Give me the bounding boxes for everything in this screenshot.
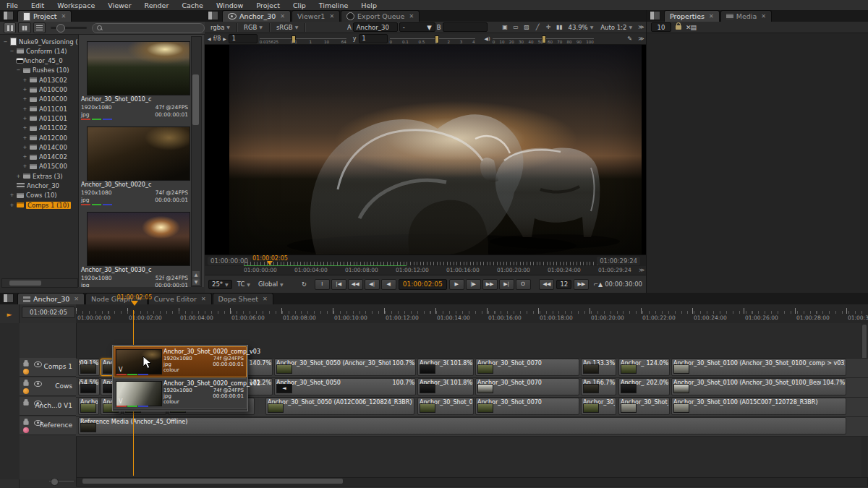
volume-slider[interactable]: 0102030405060708090100 <box>493 35 594 43</box>
menu-project[interactable]: Project <box>250 1 286 9</box>
panel-split-icon[interactable] <box>3 294 14 303</box>
expander-icon[interactable]: − <box>9 48 14 54</box>
menu-edit[interactable]: Edit <box>25 1 51 9</box>
transport-button[interactable]: I <box>315 279 330 290</box>
pause-icon[interactable]: ▮▮ <box>555 23 564 31</box>
tab-media[interactable]: Media✕ <box>720 10 772 22</box>
close-icon[interactable]: ✕ <box>280 13 285 20</box>
expander-icon[interactable]: − <box>3 39 8 45</box>
timeline-clip[interactable]: Anchor_30_Shot_0050 (A012C006_120824_R3B… <box>265 398 414 415</box>
max-panels-field[interactable]: 10 <box>651 22 671 32</box>
display-dropdown[interactable]: RGB▼ <box>241 23 265 32</box>
expander-icon[interactable]: + <box>22 135 27 141</box>
track-header-reference[interactable]: Reference <box>20 416 76 435</box>
slider-knob[interactable] <box>56 24 65 33</box>
current-timecode-field[interactable]: 01:00:02:05 <box>399 279 447 290</box>
tree-item-a011c02[interactable]: +A011C02 <box>0 124 78 133</box>
track-header-anch-0-v1[interactable]: Anch...0 V1 <box>20 397 76 416</box>
multi-tool[interactable]: ► <box>4 309 16 320</box>
collapse-icon[interactable]: ≫ <box>637 35 646 43</box>
channels-dropdown[interactable]: rgba▼ <box>208 23 233 32</box>
timeline-clip[interactable]: Anchor_30_Shot_0100 (Anchor_30_Shot_0100… <box>671 378 846 395</box>
tree-item-comps-1-10-[interactable]: +Comps 1 (10) <box>0 200 78 210</box>
wipe-icon[interactable]: ▨ <box>522 23 532 31</box>
timeline-ruler[interactable]: 01:00:00:0001:00:02:0001:00:04:0001:00:0… <box>76 304 868 324</box>
tree-item-anchor-30[interactable]: Anchor_30 <box>0 181 78 191</box>
viewer-scrub-bar[interactable]: 01:00:00:00 01:00:02:05 01:00:29:24 <box>205 254 646 267</box>
tree-item-a013c02[interactable]: +A013C02 <box>0 75 78 85</box>
timeline-clip[interactable]: Anchor_30_Shot_0010209.1% <box>78 359 100 376</box>
eye-icon[interactable] <box>34 381 42 387</box>
skip-back-button[interactable]: ◀◀ <box>539 279 554 290</box>
close-icon[interactable]: ✕ <box>61 13 67 20</box>
track-header-comps-1[interactable]: Comps 1 <box>20 358 76 377</box>
timeline-clip[interactable]: Anchor_30_Shot_0050 (Anchor_30_Shot_0050… <box>274 359 416 376</box>
transport-button[interactable]: |▶ <box>466 279 481 290</box>
menu-workspace[interactable]: Workspace <box>51 1 101 9</box>
menu-clip[interactable]: Clip <box>286 1 312 9</box>
expander-icon[interactable]: + <box>22 116 27 121</box>
menu-render[interactable]: Render <box>138 1 176 9</box>
expander-icon[interactable]: + <box>22 145 27 150</box>
menu-file[interactable]: File <box>0 1 25 9</box>
skip-forward-button[interactable]: ▶▶ <box>574 279 589 290</box>
timeline-clip[interactable]: Anchor_30_Shot_0060101.8% <box>417 359 474 376</box>
slider-knob[interactable] <box>51 478 59 486</box>
timeline-clip[interactable]: Reference Media (Anchor_45_Offline) <box>78 417 846 435</box>
proxy-dropdown[interactable]: Auto 1:2▼ <box>597 23 635 32</box>
gain-field[interactable]: 1 <box>229 34 258 43</box>
timeline-clip[interactable]: Anchor_30_Shot_0070 <box>475 378 579 395</box>
thumbnail-size-slider[interactable] <box>51 27 87 29</box>
fps-dropdown[interactable]: 25*▼ <box>208 280 232 289</box>
scrollbar-thumb[interactable] <box>192 74 199 125</box>
lock-icon[interactable] <box>676 25 681 30</box>
tree-item-a014c02[interactable]: +A014C02 <box>0 153 78 162</box>
a-input-dropdown[interactable]: Anchor_30 <box>353 22 398 32</box>
loop-mode-icon[interactable]: ↻ <box>302 281 307 288</box>
bin-thumbnail[interactable] <box>87 127 190 181</box>
expander-icon[interactable]: + <box>22 87 27 93</box>
transport-button[interactable]: ◀ <box>381 279 396 290</box>
tab-project[interactable]: Project ✕ <box>17 10 72 22</box>
panel-split-icon[interactable] <box>650 11 660 20</box>
prev-stop-icon[interactable]: ◀ <box>208 36 211 41</box>
timeline-clip[interactable]: Anchor_30_Shot_0070 <box>475 359 579 376</box>
list-view-button[interactable] <box>33 22 46 33</box>
menu-help[interactable]: Help <box>354 1 383 9</box>
lock-icon[interactable] <box>23 421 28 424</box>
detail-view-button[interactable] <box>18 22 30 33</box>
timeline-clip[interactable]: Anchor_30_Shot_0100 (Anchor_30_Shot_0100… <box>671 359 846 376</box>
expander-icon[interactable]: + <box>22 106 27 112</box>
scrollbar-thumb[interactable] <box>82 479 343 484</box>
tree-item-a011c01[interactable]: +A011C01 <box>0 104 78 114</box>
thumb-view-button[interactable] <box>4 22 16 33</box>
panel-split-icon[interactable] <box>3 11 14 20</box>
expander-icon[interactable]: + <box>16 174 21 179</box>
collapse-icon[interactable]: ≫ <box>639 267 644 273</box>
tab-export-queue[interactable]: Export Queue✕ <box>341 10 420 22</box>
scrollbar-thumb[interactable] <box>9 281 41 286</box>
transport-button[interactable]: ◀◀ <box>348 279 363 290</box>
tab-properties[interactable]: Properties✕ <box>664 10 720 22</box>
timeline-clip[interactable]: Anchor_30_Shot_0060101.8% <box>417 378 474 395</box>
clear-all-panels-icon[interactable]: ✕▤ <box>686 24 696 31</box>
expander-icon[interactable]: − <box>16 67 21 73</box>
project-horizontal-scrollbar[interactable] <box>1 278 78 288</box>
close-icon[interactable]: ✕ <box>409 13 414 20</box>
transport-button[interactable]: |◀ <box>331 279 346 290</box>
version-item-anchor-30-shot-0020-comp-v02[interactable]: VAnchor_30_Shot_0020_comp_v021920x108074… <box>114 378 247 409</box>
annotate-pen-icon[interactable]: ✎ <box>625 35 634 43</box>
tree-item-cows-10-[interactable]: +Cows (10) <box>0 191 78 200</box>
tree-item-a010c00[interactable]: +A010C00 <box>0 85 78 95</box>
search-input[interactable] <box>92 23 205 33</box>
flipbook-icon[interactable]: ⌐▲ <box>593 281 603 288</box>
expander-icon[interactable]: + <box>22 125 27 131</box>
downscale-icon[interactable]: ≫ <box>637 23 646 31</box>
timeline-clip[interactable]: Anchor_30_Shot_0080133.3% <box>581 359 616 376</box>
timeline-clip[interactable]: Anchor_30_Shot_0060 <box>417 398 474 415</box>
tab-curve-editor[interactable]: Curve Editor✕ <box>148 293 212 304</box>
tree-item-conform-14-[interactable]: −Conform (14) <box>0 46 78 56</box>
close-icon[interactable]: ✕ <box>263 296 268 302</box>
ab-blend-dropdown[interactable]: -▼ <box>399 22 435 32</box>
tree-item-a012c00[interactable]: +A012C00 <box>0 133 78 142</box>
